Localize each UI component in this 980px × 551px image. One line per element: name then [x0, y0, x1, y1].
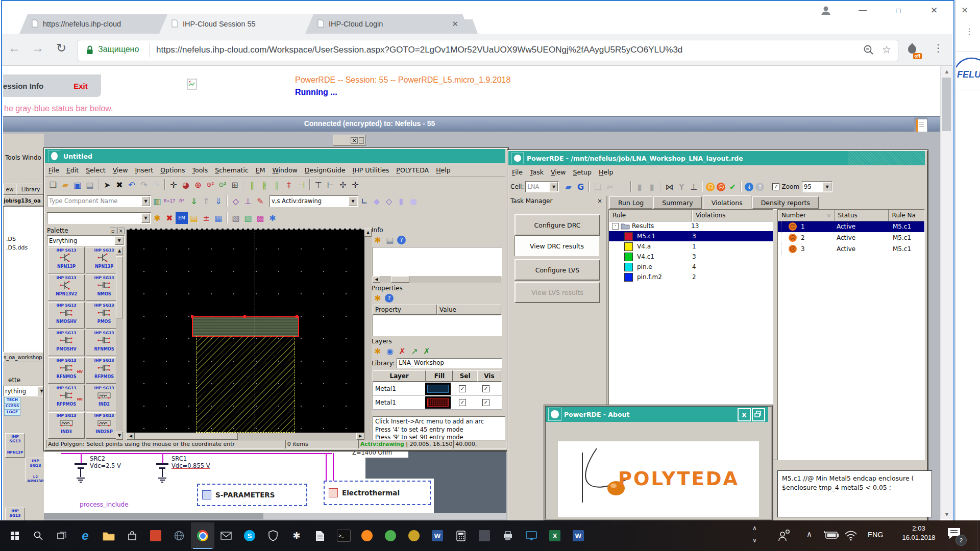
tree-rule-row-v4-a[interactable]: V4.a1: [609, 241, 773, 252]
layout-titlebar[interactable]: Untitled: [45, 149, 505, 163]
property-table-body[interactable]: [373, 315, 502, 336]
firefox-icon[interactable]: [355, 522, 379, 549]
export-icon[interactable]: ⇑: [200, 195, 212, 207]
component-combo[interactable]: Type Component Name▼: [47, 195, 151, 207]
align-left-icon[interactable]: ∥: [246, 179, 258, 191]
print-icon[interactable]: ▤: [84, 179, 96, 191]
maximize-button[interactable]: □: [887, 3, 910, 17]
palette-item-npn13p[interactable]: IHP SG13NPN13P: [48, 247, 85, 273]
palette2-filter[interactable]: rything▼: [3, 386, 47, 396]
menu-setup[interactable]: Setup: [570, 168, 595, 176]
layer-col-fill[interactable]: Fill: [426, 370, 453, 382]
library-menu[interactable]: Tools Windo: [5, 154, 41, 161]
restore-icon[interactable]: [752, 408, 765, 421]
new-doc-icon[interactable]: ❏: [592, 181, 604, 193]
word-icon[interactable]: W: [426, 522, 449, 549]
layer-row-metal1-1[interactable]: Metal1✓✓: [373, 396, 502, 410]
tab-density-reports[interactable]: Density reports: [752, 196, 819, 209]
minimize-button[interactable]: —: [851, 3, 874, 17]
src2-label[interactable]: SRC2: [90, 455, 105, 462]
page-scrollbar[interactable]: ▲ ▼: [940, 66, 953, 519]
url-text[interactable]: https://nefelus.ihp-cloud.com/Workspace/…: [156, 45, 835, 55]
tree-root-row[interactable]: -Results13: [609, 221, 773, 231]
task-view-button[interactable]: [50, 522, 74, 549]
open-folder-icon[interactable]: ▰: [59, 179, 71, 191]
palette-item-nmoshv[interactable]: IHP SG13NMOSHV: [48, 302, 85, 329]
electrothermal-block[interactable]: Electrothermal: [324, 481, 431, 505]
close-panel-icon[interactable]: ×: [117, 228, 125, 234]
check-icon[interactable]: ✔: [726, 181, 739, 193]
browser-menu-icon[interactable]: ⋮: [965, 27, 973, 36]
import-icon[interactable]: ⇓: [188, 195, 200, 207]
fail-face-icon[interactable]: ☹: [717, 183, 725, 191]
zoom-checkbox[interactable]: ✓: [772, 183, 779, 190]
tree-rule-row-m5-c1[interactable]: M5.c13: [609, 231, 773, 241]
hidden-icons-chevron[interactable]: ∧: [806, 530, 812, 539]
layout-canvas[interactable]: [127, 229, 364, 434]
browser-dark-icon[interactable]: [167, 522, 191, 549]
cursor-icon[interactable]: ➤: [101, 179, 113, 191]
down-circle-icon[interactable]: ↓: [745, 183, 753, 191]
menu-schematic[interactable]: Schematic: [211, 166, 252, 174]
undo-icon[interactable]: ↶: [126, 179, 138, 191]
profile-icon[interactable]: [815, 3, 837, 17]
palette-item-ind3[interactable]: IHP SG13IND3: [48, 412, 85, 439]
palette-item-rfpmos[interactable]: IHP SG13HVRFPMOS: [48, 385, 85, 411]
palette-filter-combo[interactable]: Evrything▼: [47, 235, 125, 246]
tab-run-log[interactable]: Run Log: [609, 196, 652, 209]
reload-icon[interactable]: G: [574, 181, 586, 193]
menu-designguide[interactable]: DesignGuide: [301, 166, 349, 174]
shape-handle[interactable]: [243, 315, 246, 318]
tab-summary[interactable]: Summary: [653, 196, 701, 209]
browser-tab[interactable]: IHP-Cloud Login✕: [305, 14, 471, 34]
expander-icon[interactable]: -: [612, 223, 619, 230]
canvas-hscrollbar[interactable]: ◀ ▶: [127, 433, 364, 440]
button-configure-drc[interactable]: Configure DRC: [514, 214, 600, 236]
workshop-tab[interactable]: s_oa_workshop: [3, 352, 45, 362]
annotate-r-icon[interactable]: R=17: [163, 195, 176, 207]
shape-handle[interactable]: [191, 315, 193, 318]
file-explorer-icon[interactable]: [97, 522, 120, 549]
activ-combo[interactable]: v,s Activ:drawing▼: [270, 195, 358, 207]
vsource-symbol[interactable]: [156, 462, 169, 478]
word2-icon[interactable]: W: [567, 522, 590, 549]
menu-select[interactable]: Select: [82, 166, 109, 174]
palette-item-npn13v2[interactable]: IHP SG13NPN13V2: [48, 274, 85, 301]
layers-icon[interactable]: ⋈: [663, 181, 675, 193]
port-icon[interactable]: ±: [200, 212, 212, 224]
zoom-select-icon[interactable]: ◕: [180, 179, 192, 191]
settings-icon[interactable]: ✱: [285, 522, 308, 549]
box-3d-green-icon[interactable]: ▧: [242, 212, 254, 224]
restore-icon[interactable]: ▫: [359, 137, 364, 144]
battery-icon[interactable]: [823, 530, 840, 543]
menu-view[interactable]: View: [109, 166, 132, 174]
about-titlebar[interactable]: PowerRDE - About X: [546, 407, 768, 422]
snap-grid-icon[interactable]: ✛: [349, 179, 361, 191]
palette-item-pmoshv[interactable]: IHP SG13PMOSHV: [48, 330, 85, 356]
zoom-in-2x-icon[interactable]: ⊕²: [204, 179, 216, 191]
button-view-drc-results[interactable]: View DRC results: [514, 236, 599, 256]
library-file-item[interactable]: .DS: [6, 236, 16, 242]
excel-icon[interactable]: X: [543, 522, 567, 549]
annotate-r2-icon[interactable]: R²: [176, 195, 188, 207]
start-button[interactable]: [3, 522, 27, 549]
pin-icon[interactable]: ◇: [230, 195, 242, 207]
help-icon[interactable]: ?: [397, 236, 406, 244]
tab-violations[interactable]: Violations: [703, 195, 751, 210]
next-result-icon[interactable]: ▮: [646, 181, 658, 193]
scroll-up-icon[interactable]: ▲: [941, 66, 953, 74]
up-circle-icon[interactable]: ↑: [755, 183, 764, 191]
background-window-titlebar[interactable]: ✕ ▫: [333, 135, 365, 146]
delete-icon[interactable]: ✖: [113, 179, 126, 191]
mail-icon[interactable]: [214, 522, 238, 549]
office-icon[interactable]: [144, 522, 167, 549]
prev-result-icon[interactable]: ▮: [633, 181, 646, 193]
align-right-icon[interactable]: ∥: [271, 179, 283, 191]
help-icon[interactable]: ?: [385, 294, 394, 303]
menu-help[interactable]: Help: [432, 166, 454, 174]
tray-scroll-up-icon[interactable]: ∧: [752, 524, 757, 532]
secure-label[interactable]: Защищено: [98, 45, 139, 54]
hide-all-icon[interactable]: ✗: [396, 345, 408, 357]
box-3d-icon[interactable]: ▧: [230, 212, 242, 224]
em-stop-icon[interactable]: ✖: [163, 212, 176, 224]
